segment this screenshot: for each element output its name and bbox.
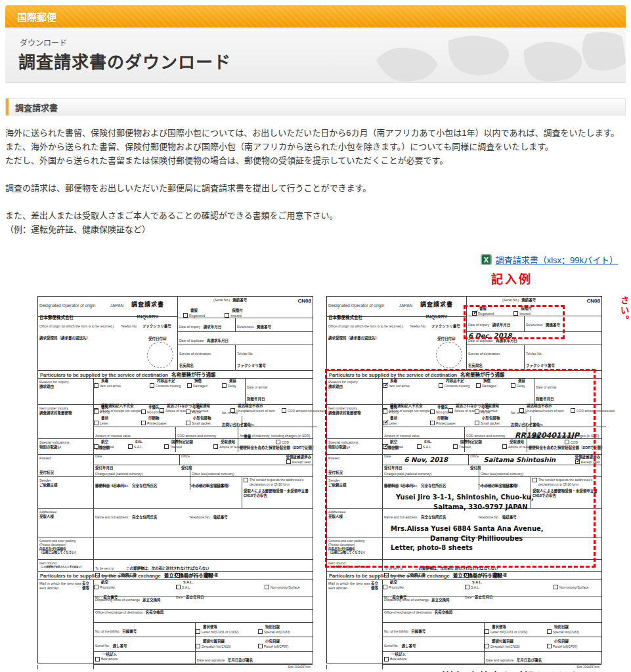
form-cell: 受取人による郵便物受領・未受領申立書CN18での申告 (244, 489, 311, 498)
form-cell: Designated Operator of origin (39, 303, 95, 308)
form-cell: Bulk advice (101, 657, 118, 661)
form-cell: (Serial No.) (502, 298, 519, 305)
paragraph: ただし、外国から送られた書留または保険付郵便物の場合は、郵便物の受領証を提示して… (5, 154, 626, 167)
form-cell: Other fees(national currency) (192, 472, 234, 476)
form-cell: 差立交換局 (431, 598, 450, 608)
form-cell: Designated Operator of origin JAPAN 日本郵便… (38, 297, 177, 317)
form-cell: Parcel bill(CP87) (553, 644, 578, 648)
form-cell: 差立便等 (82, 581, 92, 668)
form-cell: Date of inquiry 請求年月日 (178, 318, 236, 331)
form-cell: 未着Item not arrive (383, 379, 439, 404)
form-cell: S.A.L. (182, 585, 191, 589)
checkbox-nonpriority (430, 410, 435, 414)
form-cell: Telephone No. 電話番号 (478, 478, 517, 490)
form-cell: この郵便物は、次の者に送付されなければならない (126, 566, 209, 570)
form-cell: 完全な住所氏名 (132, 515, 158, 519)
form-cell: Mail in which the item was sent abroad差立… (38, 580, 313, 669)
checkbox-receipt-seen (575, 459, 580, 464)
form-cell: 航空By airmail SALS.A.L. 国際特定記録Tracked 受取通… (94, 439, 313, 454)
form-cell: Size 210x297mm (326, 665, 601, 670)
checkbox-insured (513, 311, 518, 316)
form-cell: 印刷物Printed paper (430, 416, 475, 427)
checkbox-letter (94, 421, 98, 425)
blank-form-image: Designated Operator of origin JAPAN 日本郵便… (37, 296, 313, 663)
form-cell: 調査請求対象郵便物 (328, 411, 381, 415)
form-cell: 優先Priority 非優先Non-priority 小包Parcel No. … (383, 405, 606, 438)
form-cell: Damaged (476, 383, 511, 388)
form-cell: 内容品不足 (157, 379, 187, 383)
form-cell: S.A.L. (471, 585, 480, 589)
form-cell: Item found（この郵便物が発見されたときの取扱い） (38, 560, 94, 571)
form-cell: 航空Priority/Air S.A.L.S.A.L. xNon-priorit… (94, 580, 313, 597)
breadcrumb: ダウンロード (20, 37, 67, 48)
form-cell: Weight重量 (531, 416, 606, 427)
form-cell: 書留Registered 保険付Insured (467, 306, 601, 316)
datestamp-circle (436, 342, 462, 368)
form-cell: 優先Priority (383, 405, 430, 416)
form-cell: 請求受理局（請求書の返送先） (328, 336, 379, 340)
form-cell: 特別目録 (554, 625, 601, 629)
form-cell: 書留 (190, 308, 205, 313)
form-cell: S.A.L. (417, 444, 453, 449)
form-cell: Senderご依頼主様 Name and full address. 完全な住所… (38, 477, 313, 509)
form-cell: COD amount and currency (177, 434, 216, 438)
download-link[interactable]: X 調査請求書（xlsx：99kバイト） (481, 253, 618, 266)
form-cell: To be sent to この郵便物は、次の者に送付されなければならない th… (94, 560, 313, 571)
form-cell: 受取人様 (328, 514, 381, 519)
form-cell: Priority/Air (100, 585, 115, 589)
form-cell: Bulk advice (384, 657, 483, 662)
form-cell: 一括記入Bulk advice (383, 652, 485, 664)
checkbox-special-list (547, 629, 552, 634)
form-cell: 名宛局名 (179, 364, 194, 368)
checkbox-nonpriority (141, 410, 146, 414)
checkbox-registered (472, 311, 477, 316)
form-cell: Despatch list(CN16) (196, 644, 258, 648)
form-cell: 損傷 (483, 379, 511, 383)
form-cell: Item found（この郵便物が発見されたときの取扱い） (327, 560, 383, 571)
form-cell: 航空 (390, 580, 465, 585)
form-cell: 到着年月日 (247, 397, 265, 401)
form-cell: 受付日付印 (437, 337, 456, 341)
form-cell: 調査請求対象郵便物 (39, 411, 92, 415)
form-cell: Office of exchange of destination名宛交換局 (94, 610, 313, 623)
form-cell: Telephone No. 電話番号 (189, 478, 228, 490)
form-cell (94, 537, 313, 559)
form-cell: Priority (383, 410, 430, 414)
form-cell: ファクシミリ番号 (431, 324, 460, 328)
form-cell: 請求年月日 (492, 323, 511, 327)
form-cell: Date受付年月日 6 Nov, 2018 Office受付局 Saitama … (383, 455, 601, 465)
checkbox-delay (511, 383, 515, 388)
form-cell: （この郵便物が発見されたときの取扱い） (39, 566, 92, 568)
checkbox-sal2 (176, 585, 181, 589)
form-cell: Date of inquiry 請求年月日 6 Dec, 2018 (467, 316, 525, 331)
form-cell: Office of exchange of destination名宛交換局 (383, 610, 601, 623)
form-cell: Priority (100, 410, 110, 414)
form-cell: xNon-priority/Surface (265, 580, 313, 589)
form-cell: Dispatching office of exchange差立交換局 (383, 597, 601, 609)
cn08-inquiry-form: Designated Operator of origin JAPAN 日本郵便… (326, 296, 602, 663)
form-cell: Mail in which the item was sent abroad (328, 581, 371, 668)
form-cell: Date of duplicate 再請求年月日 (178, 332, 313, 345)
form-cell: 再請求年月日 (207, 339, 228, 343)
example-sender-line1: Yusei Jiro 3-1-1, Shintoshin, Chuo-ku, (396, 494, 529, 501)
form-cell: 航空Priority/Air S.A.L.S.A.L. xNon-priorit… (383, 580, 601, 669)
form-cell: Telephone No. 電話番号 (478, 509, 517, 521)
form-cell: 小包目録Parcel bill(CP87) (258, 637, 313, 651)
form-cell: ファクシミリ番号 (526, 364, 555, 368)
international-mail-download-page: 国際郵便 ダウンロード 調査請求書のダウンロード 調査請求書 海外に送られた書留… (0, 5, 631, 672)
checkbox-not-arrive (383, 383, 387, 388)
form-cell: Special list(CN33) (264, 630, 290, 634)
example-contents: Letter, photo-8 sheets (391, 544, 600, 551)
form-cell: COD (282, 440, 289, 444)
form-cell: Service of destination. (468, 352, 500, 356)
form-cell: 未着 (101, 379, 150, 383)
form-cell: Parcel bill(CP87) (547, 644, 601, 648)
form-cell: Letter (94, 421, 141, 425)
form-cell: 航空By airmail SALS.A.L. 国際特定記録Tracked 受取通… (383, 439, 601, 454)
form-cell: 国際特定記録 (460, 440, 502, 444)
form-cell: 受取通知Advice of receipt (213, 440, 276, 449)
form-cell: Name and full address. (95, 484, 129, 488)
form-cell: Posted受付状況 Date受付年月日 Office受付局 受領証確認済みRe… (38, 455, 313, 477)
form-cell: Receipt seen (286, 459, 311, 464)
form-cell: Priority/Air (389, 585, 404, 589)
